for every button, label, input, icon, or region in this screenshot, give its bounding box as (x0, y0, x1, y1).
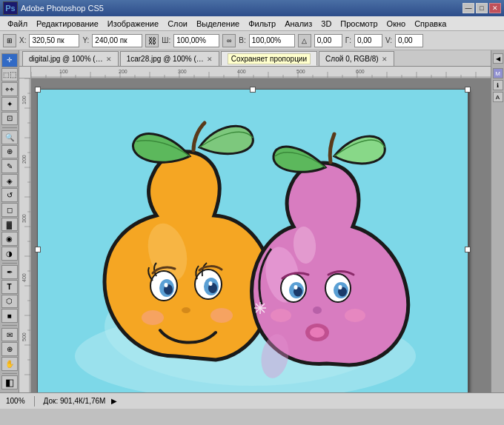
svg-point-97 (345, 309, 365, 322)
h-input[interactable] (249, 34, 295, 47)
menu-filter[interactable]: Фильтр (244, 18, 280, 30)
link-icon[interactable]: ∞ (222, 34, 236, 47)
title-bar-left: Ps Adobe Photoshop CS5 (3, 1, 104, 15)
menu-edit[interactable]: Редактирование (32, 18, 103, 30)
zoom-tool[interactable]: ⊕ (1, 342, 18, 356)
colors-tool[interactable]: ◧ (1, 375, 18, 389)
magic-wand-tool[interactable]: ✦ (1, 97, 18, 111)
close-button[interactable]: ✕ (489, 3, 501, 13)
menu-window[interactable]: Окно (382, 18, 411, 30)
tool-sep-2 (2, 263, 17, 264)
y-input[interactable] (92, 34, 142, 47)
left-toolbar: ⬚ ⌖ ✦ ⊡ 🔍 ⊕ ✎ ◈ ↺ ◻ ▓ ◉ ◑ ✒ T ⬡ ■ ✉ ⊕ ✋ … (0, 50, 19, 392)
handle-tr[interactable] (465, 87, 471, 93)
shape-tool[interactable]: ■ (1, 309, 18, 323)
gradient-tool[interactable]: ▓ (1, 218, 18, 232)
svg-point-96 (271, 309, 291, 322)
tab-proportions[interactable]: Сохраняет пропорции (221, 51, 317, 66)
brush-tool[interactable]: ✎ (1, 159, 18, 173)
v-input[interactable] (395, 34, 423, 47)
maximize-button[interactable]: □ (476, 3, 488, 13)
path-tool[interactable]: ⬡ (1, 295, 18, 309)
svg-text:400: 400 (21, 273, 27, 282)
status-bar: 100% Док: 901,4К/1,76М ▶ (0, 392, 504, 409)
menu-view[interactable]: Просмотр (336, 18, 382, 30)
tab-digital-label: digital.jpg @ 100% (… (29, 55, 103, 63)
blur-tool[interactable]: ◉ (1, 232, 18, 246)
move-tool[interactable] (1, 53, 18, 67)
notes-tool[interactable]: ✉ (1, 328, 18, 342)
menu-select[interactable]: Выделение (192, 18, 244, 30)
canvas-area: digital.jpg @ 100% (… ✕ 1car28.jpg @ 100… (19, 50, 491, 392)
svg-text:600: 600 (356, 69, 365, 74)
r-input[interactable] (354, 34, 382, 47)
eyedrop-tool[interactable]: 🔍 (1, 130, 18, 144)
svg-text:300: 300 (21, 214, 27, 223)
crop-tool[interactable]: ⊡ (1, 112, 18, 126)
svg-point-92 (339, 285, 342, 290)
svg-text:500: 500 (21, 332, 27, 341)
right-panel: ◀ M ℹ A (491, 50, 504, 392)
menu-layers[interactable]: Слои (163, 18, 192, 30)
dodge-tool[interactable]: ◑ (1, 247, 18, 261)
svg-rect-0 (31, 67, 491, 78)
lasso-tool[interactable]: ⌖ (1, 82, 18, 96)
main-area: ⬚ ⌖ ✦ ⊡ 🔍 ⊕ ✎ ◈ ↺ ◻ ▓ ◉ ◑ ✒ T ⬡ ■ ✉ ⊕ ✋ … (0, 50, 504, 392)
image-frame (37, 89, 468, 392)
menu-file[interactable]: Файл (3, 18, 32, 30)
history-tool[interactable]: ↺ (1, 188, 18, 202)
tab-digital[interactable]: digital.jpg @ 100% (… ✕ (22, 51, 119, 66)
minimize-button[interactable]: — (462, 3, 474, 13)
angle-icon[interactable]: △ (298, 34, 311, 47)
title-bar: Ps Adobe Photoshop CS5 — □ ✕ (0, 0, 504, 16)
heal-tool[interactable]: ⊕ (1, 145, 18, 159)
tab-layer-close[interactable]: ✕ (382, 56, 388, 63)
x-input[interactable] (29, 34, 79, 47)
svg-point-79 (182, 307, 190, 313)
handle-ml[interactable] (35, 247, 41, 252)
tab-car28[interactable]: 1car28.jpg @ 100% (… ✕ (120, 51, 219, 66)
handle-mr[interactable] (465, 247, 471, 252)
pen-tool[interactable]: ✒ (1, 265, 18, 279)
svg-point-95 (310, 327, 325, 338)
menu-analyze[interactable]: Анализ (280, 18, 316, 30)
svg-point-80 (142, 310, 164, 325)
ps-logo: Ps (3, 1, 18, 15)
svg-text:400: 400 (237, 69, 246, 74)
marquee-tool[interactable]: ⬚ (1, 68, 18, 82)
menu-3d[interactable]: 3D (316, 18, 336, 30)
panel-btn-3[interactable]: ℹ (493, 80, 503, 90)
menu-help[interactable]: Справка (410, 18, 451, 30)
tool-sep-4 (2, 373, 17, 374)
stamp-tool[interactable]: ◈ (1, 174, 18, 188)
h-label: В: (239, 36, 245, 44)
tab-car28-close[interactable]: ✕ (207, 56, 213, 63)
x-label: X: (19, 36, 26, 44)
doc-info: Док: 901,4К/1,76М (44, 397, 106, 405)
tab-digital-close[interactable]: ✕ (106, 56, 112, 63)
angle-input[interactable] (314, 34, 342, 47)
doc-info-arrow[interactable]: ▶ (111, 397, 117, 405)
canvas-workspace (31, 78, 491, 392)
type-tool[interactable]: T (1, 280, 18, 294)
tab-layer[interactable]: Слой 0, RGB/8) ✕ (319, 51, 394, 66)
zoom-level: 100% (6, 397, 25, 405)
tool-sep-1 (2, 127, 17, 128)
eraser-tool[interactable]: ◻ (1, 203, 18, 217)
options-icon-1[interactable]: ⊞ (3, 34, 16, 47)
w-input[interactable] (173, 34, 219, 47)
chain-icon[interactable]: ⛓ (145, 34, 159, 47)
handle-tl[interactable] (35, 87, 41, 93)
ruler-corner (19, 67, 31, 78)
tab-proportions-label: Сохраняет пропорции (228, 53, 311, 64)
r-label: Г: (345, 36, 351, 44)
handle-tm[interactable] (250, 87, 256, 93)
panel-btn-1[interactable]: ◀ (493, 53, 503, 64)
menu-image[interactable]: Изображение (103, 18, 163, 30)
hand-tool[interactable]: ✋ (1, 357, 18, 371)
panel-btn-4[interactable]: A (493, 92, 503, 102)
options-bar: ⊞ X: Y: ⛓ Ш: ∞ В: △ Г: V: (0, 31, 504, 50)
panel-btn-2[interactable]: M (493, 68, 503, 78)
svg-rect-39 (19, 78, 30, 392)
status-div-1 (34, 396, 35, 406)
